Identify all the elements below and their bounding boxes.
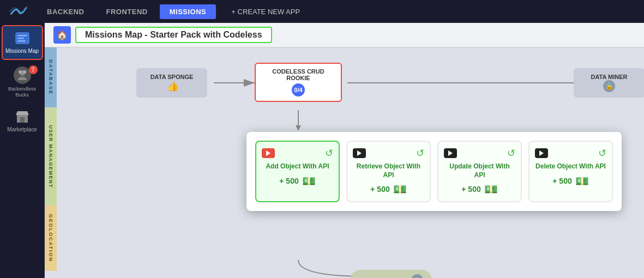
svg-point-6: [19, 70, 22, 74]
card-delete-object-icons: ↺: [535, 147, 606, 159]
history-icon-delete: ↺: [598, 147, 606, 159]
page-header: 🏠 Missions Map - Starter Pack with Codel…: [45, 23, 644, 47]
youtube-icon-retrieve[interactable]: [353, 148, 366, 158]
marketplace-label: Marketplace: [7, 126, 37, 133]
card-delete-object-title: Delete Object With API: [535, 162, 606, 171]
create-new-app-button[interactable]: + CREATE NEW APP: [222, 4, 309, 19]
youtube-icon-update[interactable]: [444, 148, 457, 158]
main-layout: Missions Map 7 Backendless Bucks: [0, 23, 644, 278]
bucks-badge: 7: [29, 65, 38, 74]
missions-nav-button[interactable]: MISSIONS: [160, 4, 216, 19]
card-retrieve-object-reward: + 500 💵: [370, 183, 406, 196]
svg-rect-2: [17, 38, 24, 39]
thumb-up-icon: 👍: [167, 80, 179, 92]
youtube-icon-add[interactable]: [262, 148, 275, 158]
history-icon-add: ↺: [325, 147, 333, 159]
card-add-object[interactable]: ↺ Add Object With API + 500 💵: [255, 141, 340, 202]
backend-nav-button[interactable]: BACKEND: [37, 4, 94, 19]
page-title: Missions Map - Starter Pack with Codeles…: [75, 27, 272, 43]
svg-rect-3: [17, 40, 26, 42]
card-retrieve-object-title: Retrieve Object With API: [353, 162, 424, 179]
map-area: DATABASE USER MANAGEMENT GEOLOCATION: [45, 47, 644, 278]
content-area: 🏠 Missions Map - Starter Pack with Codel…: [45, 23, 644, 278]
popup-panel: ↺ Add Object With API + 500 💵 ↺ Retrieve…: [246, 132, 622, 211]
card-add-object-reward: + 500 💵: [279, 174, 315, 188]
svg-rect-8: [20, 117, 25, 123]
svg-marker-13: [296, 125, 301, 131]
section-user-management-label: USER MANAGEMENT: [45, 107, 57, 206]
app-logo: [7, 2, 31, 21]
sidebar-item-backendless-bucks[interactable]: 7 Backendless Bucks: [2, 62, 43, 102]
money-emoji-update: 💵: [484, 183, 498, 196]
card-delete-object[interactable]: ↺ Delete Object With API + 500 💵: [528, 141, 613, 202]
sidebar-item-missions-map[interactable]: Missions Map: [2, 25, 43, 60]
crud-progress-badge: 0/4: [292, 83, 305, 96]
youtube-icon-delete[interactable]: [535, 148, 548, 158]
money-emoji-retrieve: 💵: [393, 183, 407, 196]
section-geolocation-label: GEOLOCATION: [45, 206, 57, 271]
missions-map-icon: [14, 31, 31, 46]
card-add-object-title: Add Object With API: [266, 162, 329, 171]
money-emoji-delete: 💵: [575, 174, 589, 188]
section-database-label: DATABASE: [45, 47, 57, 107]
data-miner-lock-icon: 🔒: [603, 80, 615, 92]
card-retrieve-object-icons: ↺: [353, 147, 424, 159]
left-sidebar: Missions Map 7 Backendless Bucks: [0, 23, 45, 278]
geo-lock-icon: 🔒: [411, 274, 423, 278]
node-data-sponge[interactable]: DATA SPONGE 👍: [136, 68, 207, 98]
frontend-nav-button[interactable]: FRONTEND: [97, 4, 158, 19]
svg-point-5: [23, 70, 26, 74]
card-add-object-icons: ↺: [262, 147, 333, 159]
home-button[interactable]: 🏠: [53, 26, 71, 44]
sidebar-item-marketplace[interactable]: Marketplace: [2, 105, 43, 137]
top-nav: BACKEND FRONTEND MISSIONS + CREATE NEW A…: [0, 0, 644, 23]
missions-map-label: Missions Map: [5, 48, 39, 55]
history-icon-update: ↺: [507, 147, 515, 159]
node-geo-explorer[interactable]: GEO EXPLORER 🔒: [350, 270, 432, 278]
node-data-miner[interactable]: DATA MINER 🔒: [574, 68, 644, 98]
history-icon-retrieve: ↺: [416, 147, 424, 159]
svg-rect-1: [17, 35, 27, 37]
card-retrieve-object[interactable]: ↺ Retrieve Object With API + 500 💵: [346, 141, 431, 202]
marketplace-icon: [14, 109, 31, 124]
card-update-object[interactable]: ↺ Update Object With API + 500 💵: [437, 141, 522, 202]
card-delete-object-reward: + 500 💵: [552, 174, 588, 188]
money-emoji-add: 💵: [302, 174, 316, 188]
card-update-object-reward: + 500 💵: [461, 183, 497, 196]
card-update-object-icons: ↺: [444, 147, 515, 159]
bucks-avatar: [14, 67, 31, 84]
bucks-label: Backendless Bucks: [4, 86, 41, 98]
card-update-object-title: Update Object With API: [444, 162, 515, 179]
node-codeless-crud[interactable]: CODELESS CRUD ROOKIE 0/4: [255, 63, 342, 102]
